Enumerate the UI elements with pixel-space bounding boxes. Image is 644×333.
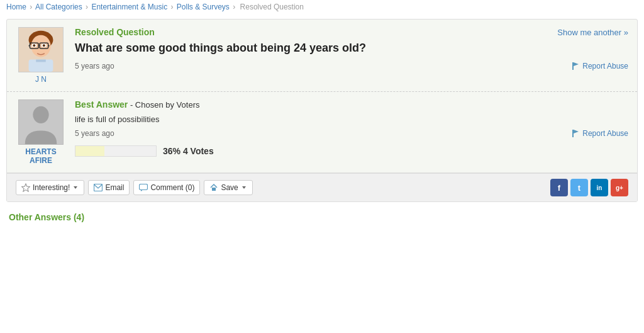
question-time: 5 years ago — [75, 62, 114, 71]
svg-rect-14 — [572, 62, 574, 70]
best-answer-label: Best Answer — [75, 99, 128, 110]
breadcrumb-current: Resolved Question — [240, 3, 304, 11]
answerer-avatar-block: HEARTS AFIRE — [16, 99, 66, 165]
flag-icon — [571, 62, 580, 71]
question-section: J N Resolved Question Show me another » … — [7, 20, 637, 92]
save-chevron-icon — [241, 184, 247, 191]
save-icon — [209, 183, 218, 192]
svg-line-6 — [29, 45, 30, 46]
facebook-button[interactable]: f — [550, 179, 568, 196]
action-left: Interesting! Email Comment (0) — [16, 180, 253, 195]
answer-content: Best Answer - Chosen by Voters life is f… — [75, 99, 628, 157]
report-abuse-button[interactable]: Report Abuse — [571, 62, 628, 71]
linkedin-button[interactable]: in — [591, 179, 608, 196]
email-button[interactable]: Email — [88, 180, 130, 195]
star-icon — [21, 183, 30, 192]
main-container: J N Resolved Question Show me another » … — [6, 19, 638, 202]
vote-text: 36% 4 Votes — [163, 146, 214, 156]
answerer-avatar — [18, 99, 64, 145]
svg-rect-25 — [212, 188, 216, 191]
show-another-link[interactable]: Show me another » — [557, 28, 628, 37]
action-right: f t in g+ — [550, 179, 628, 196]
answerer-avatar-image — [19, 100, 63, 144]
answerer-name: HEARTS AFIRE — [25, 147, 56, 165]
email-icon — [94, 184, 103, 191]
answer-flag-icon — [571, 129, 580, 138]
svg-point-10 — [33, 44, 35, 47]
save-button[interactable]: Save — [204, 180, 252, 195]
chosen-by-label: - Chosen by Voters — [130, 100, 200, 110]
answer-text: life is full of possibilities — [75, 115, 628, 124]
svg-point-17 — [33, 106, 48, 123]
action-bar: Interesting! Email Comment (0) — [7, 173, 637, 201]
breadcrumb-entertainment[interactable]: Entertainment & Music — [91, 3, 167, 11]
breadcrumb-home[interactable]: Home — [6, 3, 26, 11]
googleplus-button[interactable]: g+ — [611, 179, 628, 196]
answer-section: HEARTS AFIRE Best Answer - Chosen by Vot… — [7, 92, 637, 173]
interesting-button[interactable]: Interesting! — [16, 180, 84, 195]
comment-button[interactable]: Comment (0) — [133, 180, 200, 195]
vote-bar-fill — [75, 146, 104, 156]
svg-marker-20 — [22, 184, 30, 191]
svg-rect-23 — [140, 184, 148, 190]
answer-meta: 5 years ago Report Abuse — [75, 129, 628, 138]
interesting-chevron-icon — [72, 184, 79, 191]
other-answers-heading: Other Answers (4) — [0, 207, 644, 227]
svg-rect-18 — [572, 130, 574, 137]
asker-avatar — [18, 27, 64, 72]
svg-line-7 — [48, 45, 50, 46]
answer-time: 5 years ago — [75, 129, 114, 138]
svg-marker-26 — [242, 186, 246, 189]
question-meta: 5 years ago Report Abuse — [75, 62, 628, 71]
svg-marker-15 — [574, 62, 579, 66]
svg-point-11 — [43, 44, 45, 47]
asker-avatar-image — [19, 27, 63, 72]
resolved-label: Resolved Question — [75, 27, 155, 37]
breadcrumb-categories[interactable]: All Categories — [35, 3, 82, 11]
svg-marker-21 — [74, 186, 77, 189]
comment-icon — [139, 184, 148, 191]
twitter-button[interactable]: t — [570, 179, 588, 196]
vote-bar-background — [75, 145, 157, 157]
breadcrumb-polls[interactable]: Polls & Surveys — [177, 3, 230, 11]
asker-avatar-block: J N — [16, 27, 66, 84]
vote-bar-container: 36% 4 Votes — [75, 145, 628, 157]
asker-name[interactable]: J N — [35, 75, 47, 84]
svg-rect-13 — [36, 60, 46, 62]
question-title: What are some good things about being 24… — [75, 41, 628, 55]
question-content: Resolved Question Show me another » What… — [75, 27, 628, 71]
svg-marker-19 — [574, 130, 579, 133]
best-answer-header: Best Answer - Chosen by Voters — [75, 99, 628, 110]
breadcrumb: Home › All Categories › Entertainment & … — [0, 0, 644, 14]
answer-report-abuse-button[interactable]: Report Abuse — [571, 129, 628, 138]
